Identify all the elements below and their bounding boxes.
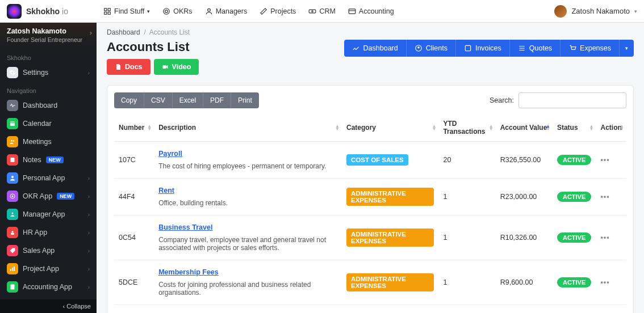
category-badge: ADMINISTRATIVE EXPENSES [346,188,434,206]
search-input[interactable] [518,92,626,108]
account-link[interactable]: Rent [158,187,174,194]
sidebar-group-navigation: Navigation [0,82,97,96]
export-csv[interactable]: CSV [144,92,173,108]
new-badge: NEW [57,193,74,200]
sidebar-item-okr[interactable]: OKR App NEW › [0,187,97,205]
nav-projects[interactable]: Projects [260,7,296,15]
cell-value: R326,550.00 [496,142,553,179]
col-category[interactable]: Category▲▼ [342,114,438,142]
svg-point-19 [12,213,14,214]
action-menu[interactable]: ••• [600,234,609,242]
account-subtitle: Company travel, employee travel and gene… [158,236,337,252]
sidebar-item-label: Dashboard [23,101,57,109]
svg-rect-15 [11,158,15,162]
export-copy[interactable]: Copy [114,92,144,108]
svg-point-20 [12,231,14,232]
tab-invoices[interactable]: Invoices [456,40,510,57]
export-pdf[interactable]: PDF [203,92,231,108]
nav-crm[interactable]: CRM [308,7,335,15]
breadcrumb: Dashboard / Accounts List [97,23,644,40]
account-link[interactable]: Payroll [158,150,182,158]
svg-rect-25 [11,285,15,290]
nav-accounting[interactable]: Accounting [348,7,394,15]
breadcrumb-current: Accounts List [149,28,190,36]
nav-find-stuff[interactable]: Find Stuff ▾ [103,7,150,15]
status-badge: ACTIVE [557,192,591,202]
sidebar-item-meetings[interactable]: Meetings [0,133,97,151]
nav-okrs[interactable]: OKRs [162,7,192,15]
breadcrumb-root[interactable]: Dashboard [107,28,140,36]
svg-rect-24 [14,267,15,271]
category-badge: ADMINISTRATIVE EXPENSES [346,273,434,291]
cell-description: RentOffice, building rentals. [154,179,342,215]
action-menu[interactable]: ••• [600,193,609,201]
tab-expenses[interactable]: Expenses [561,40,620,57]
cell-status: ACTIVE [553,215,596,260]
sidebar-item-label: HR App [23,229,47,236]
svg-point-5 [165,10,168,12]
cell-description: PayrollThe cost of hiring employees - pe… [154,142,342,179]
svg-rect-0 [104,8,107,10]
tab-more[interactable]: ▾ [620,40,634,57]
sidebar-user-block[interactable]: Zatosh Nakamoto Founder Serial Entrepren… [0,23,97,49]
card-icon [348,7,356,15]
status-badge: ACTIVE [557,232,591,243]
cell-category: ADMINISTRATIVE EXPENSES [342,179,438,215]
export-excel[interactable]: Excel [173,92,203,108]
tab-dashboard[interactable]: Dashboard [344,40,407,57]
cell-action: ••• [596,179,626,215]
export-print[interactable]: Print [231,92,259,108]
nav-managers[interactable]: Managers [205,7,248,15]
money-icon [308,7,316,15]
search-label: Search: [490,96,514,104]
col-status[interactable]: Status▲▼ [553,114,596,142]
account-link[interactable]: Business Travel [158,223,212,231]
target-icon [7,191,18,202]
col-ytd[interactable]: YTD Transactions▲▼ [438,114,495,142]
col-action[interactable]: Action▲▼ [596,114,626,142]
svg-point-4 [164,8,170,14]
new-badge: NEW [46,156,64,163]
users-icon [7,136,18,147]
docs-button[interactable]: Docs [107,59,150,75]
sidebar-group-skhokho: Skhokho [0,49,97,64]
sidebar-item-calendar[interactable]: Calendar [0,115,97,133]
col-number[interactable]: Number▲▼ [114,114,154,142]
person-icon [7,172,18,184]
col-value[interactable]: Account Value▲▼ [496,114,553,142]
cell-category: COST OF SALES [342,142,438,179]
account-link[interactable]: Membership Fees [158,268,219,276]
video-button[interactable]: Video [154,59,199,75]
sidebar-item-manager[interactable]: Manager App › [0,205,97,223]
cell-category [342,305,438,314]
sidebar-collapse[interactable]: ‹ Collapse [0,299,97,313]
sidebar-item-label: Calendar [23,120,52,128]
brand[interactable]: Skhokho io [7,4,97,19]
action-menu[interactable]: ••• [600,278,609,286]
user-menu[interactable]: Zatosh Nakamoto ▾ [554,5,637,18]
chevron-down-icon: ▾ [625,45,628,51]
sidebar-item-notes[interactable]: Notes NEW [0,151,97,169]
cell-number: 107C [114,142,154,179]
table-row: Website Hosting [114,305,626,314]
sidebar-item-label: Personal App [23,174,65,182]
col-description[interactable]: Description▲▼ [154,114,342,142]
sidebar-item-personal[interactable]: Personal App › [0,169,97,187]
action-menu[interactable]: ••• [600,156,609,164]
video-icon [162,64,169,70]
tab-clients[interactable]: Clients [407,40,456,57]
svg-rect-9 [349,9,356,13]
manager-icon [7,209,18,220]
table-row: 0C54Business TravelCompany travel, emplo… [114,215,626,260]
gear-icon [7,67,18,78]
sidebar-item-hr[interactable]: HR App › [0,223,97,242]
sidebar-item-sales[interactable]: Sales App › [0,242,97,260]
cell-status [553,305,596,314]
sidebar-item-dashboard[interactable]: Dashboard [0,96,97,115]
cell-action: ••• [596,260,626,305]
sidebar-item-project[interactable]: Project App › [0,260,97,278]
main-content: Dashboard / Accounts List Accounts List … [97,23,644,313]
sidebar-item-accounting[interactable]: Accounting App › [0,278,97,296]
tab-quotes[interactable]: Quotes [510,40,561,57]
sidebar-item-settings[interactable]: Settings › [0,64,97,82]
